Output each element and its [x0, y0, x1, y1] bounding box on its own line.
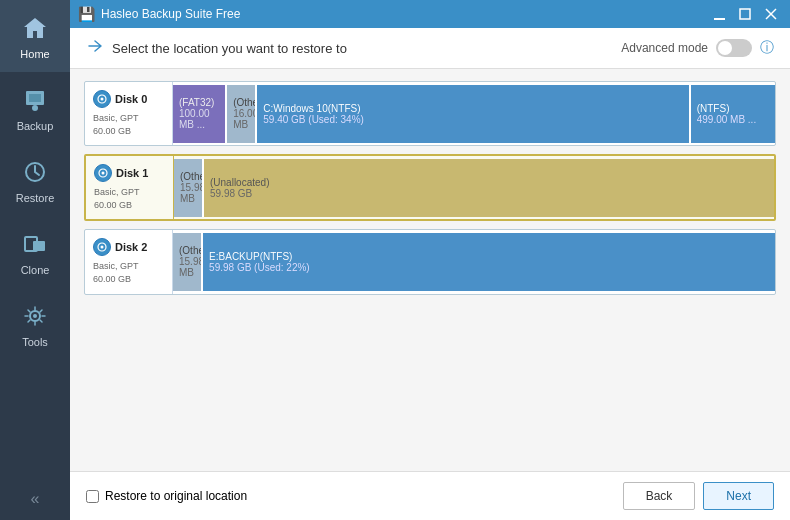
- sidebar-item-restore[interactable]: Restore: [0, 144, 70, 216]
- sidebar-item-backup[interactable]: Backup: [0, 72, 70, 144]
- sidebar-item-tools[interactable]: Tools: [0, 288, 70, 360]
- svg-rect-5: [33, 241, 45, 251]
- svg-point-2: [32, 105, 38, 111]
- disk-row-disk0[interactable]: Disk 0 Basic, GPT60.00 GB (FAT32) 100.00…: [84, 81, 776, 146]
- svg-point-17: [101, 246, 104, 249]
- disk0-partitions: (FAT32) 100.00 MB ... (Other) 16.00 MB C…: [173, 85, 775, 143]
- sidebar-backup-label: Backup: [17, 120, 54, 132]
- disk1-meta: Basic, GPT60.00 GB: [94, 186, 165, 211]
- page-title: Select the location you want to restore …: [112, 41, 347, 56]
- sidebar-collapse-button[interactable]: «: [0, 478, 70, 520]
- disk2-name: Disk 2: [115, 241, 147, 253]
- disk0-part-fat32[interactable]: (FAT32) 100.00 MB ...: [173, 85, 227, 143]
- advanced-mode-toggle[interactable]: [716, 39, 752, 57]
- disk-list: Disk 0 Basic, GPT60.00 GB (FAT32) 100.00…: [70, 69, 790, 471]
- sidebar-item-clone[interactable]: Clone: [0, 216, 70, 288]
- titlebar-buttons: [708, 5, 782, 23]
- disk1-icon: [94, 164, 112, 182]
- disk1-name: Disk 1: [116, 167, 148, 179]
- footer-buttons: Back Next: [623, 482, 774, 510]
- disk0-part-windows[interactable]: C:Windows 10(NTFS) 59.40 GB (Used: 34%): [257, 85, 690, 143]
- next-button[interactable]: Next: [703, 482, 774, 510]
- footer: Restore to original location Back Next: [70, 471, 790, 520]
- sidebar-restore-label: Restore: [16, 192, 55, 204]
- tools-icon: [19, 300, 51, 332]
- app-title: Hasleo Backup Suite Free: [101, 7, 702, 21]
- back-button[interactable]: Back: [623, 482, 696, 510]
- restore-original-checkbox-label[interactable]: Restore to original location: [86, 489, 247, 503]
- disk2-meta: Basic, GPT60.00 GB: [93, 260, 164, 285]
- disk0-name: Disk 0: [115, 93, 147, 105]
- close-button[interactable]: [760, 5, 782, 23]
- disk2-partitions: (Other) 15.98 MB E:BACKUP(NTFS) 59.98 GB…: [173, 233, 775, 291]
- advanced-mode-label: Advanced mode: [621, 41, 708, 55]
- disk1-part-other[interactable]: (Other) 15.98 MB: [174, 159, 204, 217]
- disk2-icon: [93, 238, 111, 256]
- header-right: Advanced mode ⓘ: [621, 39, 774, 57]
- maximize-button[interactable]: [734, 5, 756, 23]
- main-content: 💾 Hasleo Backup Suite Free Select the lo…: [70, 0, 790, 520]
- disk0-meta: Basic, GPT60.00 GB: [93, 112, 164, 137]
- toggle-knob: [718, 41, 732, 55]
- svg-point-15: [102, 172, 105, 175]
- svg-rect-8: [714, 18, 725, 20]
- svg-point-7: [33, 314, 37, 318]
- titlebar: 💾 Hasleo Backup Suite Free: [70, 0, 790, 28]
- restore-nav-icon: [86, 38, 104, 58]
- disk-row-disk1[interactable]: Disk 1 Basic, GPT60.00 GB (Other) 15.98 …: [84, 154, 776, 221]
- disk-row-disk2[interactable]: Disk 2 Basic, GPT60.00 GB (Other) 15.98 …: [84, 229, 776, 294]
- sidebar-clone-label: Clone: [21, 264, 50, 276]
- svg-point-13: [101, 98, 104, 101]
- svg-rect-9: [740, 9, 750, 19]
- header-left: Select the location you want to restore …: [86, 38, 347, 58]
- disk0-part-other[interactable]: (Other) 16.00 MB: [227, 85, 257, 143]
- disk2-part-backup[interactable]: E:BACKUP(NTFS) 59.98 GB (Used: 22%): [203, 233, 775, 291]
- sidebar-tools-label: Tools: [22, 336, 48, 348]
- disk0-part-ntfs[interactable]: (NTFS) 499.00 MB ...: [691, 85, 775, 143]
- sidebar: Home Backup Restore Clone: [0, 0, 70, 520]
- app-icon: 💾: [78, 6, 95, 22]
- disk2-info: Disk 2 Basic, GPT60.00 GB: [85, 230, 173, 293]
- restore-original-checkbox[interactable]: [86, 490, 99, 503]
- header-bar: Select the location you want to restore …: [70, 28, 790, 69]
- sidebar-item-home[interactable]: Home: [0, 0, 70, 72]
- disk0-icon: [93, 90, 111, 108]
- svg-rect-1: [29, 94, 41, 102]
- disk0-info: Disk 0 Basic, GPT60.00 GB: [85, 82, 173, 145]
- minimize-button[interactable]: [708, 5, 730, 23]
- home-icon: [19, 12, 51, 44]
- clone-icon: [19, 228, 51, 260]
- disk2-part-other[interactable]: (Other) 15.98 MB: [173, 233, 203, 291]
- backup-icon: [19, 84, 51, 116]
- sidebar-home-label: Home: [20, 48, 49, 60]
- info-icon[interactable]: ⓘ: [760, 39, 774, 57]
- restore-icon: [19, 156, 51, 188]
- disk1-part-unallocated[interactable]: (Unallocated) 59.98 GB: [204, 159, 774, 217]
- restore-original-label: Restore to original location: [105, 489, 247, 503]
- disk1-info: Disk 1 Basic, GPT60.00 GB: [86, 156, 174, 219]
- disk1-partitions: (Other) 15.98 MB (Unallocated) 59.98 GB: [174, 159, 774, 217]
